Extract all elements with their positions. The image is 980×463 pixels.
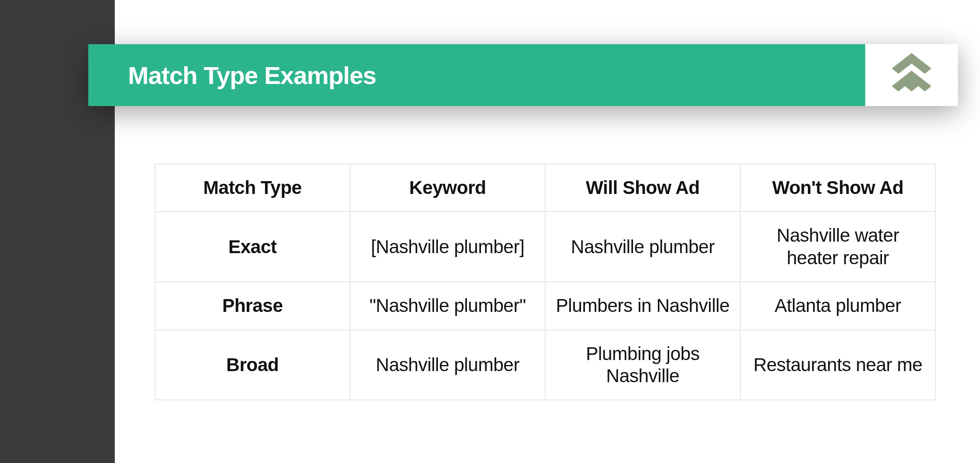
- cell-wont-show: Nashville water heater repair: [740, 212, 935, 282]
- col-keyword: Keyword: [350, 164, 545, 212]
- brand-logo-icon: [883, 53, 940, 97]
- cell-will-show: Nashville plumber: [545, 212, 740, 282]
- table-row: Exact [Nashville plumber] Nashville plum…: [155, 212, 935, 282]
- page-title: Match Type Examples: [128, 61, 376, 90]
- cell-will-show: Plumbing jobs Nashville: [545, 330, 740, 400]
- match-type-table: Match Type Keyword Will Show Ad Won't Sh…: [155, 163, 936, 400]
- header-bar: Match Type Examples: [88, 44, 958, 106]
- header-banner: Match Type Examples: [88, 44, 958, 106]
- cell-match-type: Phrase: [155, 282, 350, 330]
- cell-keyword: Nashville plumber: [350, 330, 545, 400]
- table-header-row: Match Type Keyword Will Show Ad Won't Sh…: [155, 164, 935, 212]
- cell-will-show: Plumbers in Nashville: [545, 282, 740, 330]
- col-will-show: Will Show Ad: [545, 164, 740, 212]
- cell-keyword: "Nashville plumber": [350, 282, 545, 330]
- cell-wont-show: Restaurants near me: [740, 330, 935, 400]
- col-wont-show: Won't Show Ad: [740, 164, 935, 212]
- table-row: Phrase "Nashville plumber" Plumbers in N…: [155, 282, 935, 330]
- cell-match-type: Broad: [155, 330, 350, 400]
- cell-wont-show: Atlanta plumber: [740, 282, 935, 330]
- cell-match-type: Exact: [155, 212, 350, 282]
- table-row: Broad Nashville plumber Plumbing jobs Na…: [155, 330, 935, 400]
- cell-keyword: [Nashville plumber]: [350, 212, 545, 282]
- col-match-type: Match Type: [155, 164, 350, 212]
